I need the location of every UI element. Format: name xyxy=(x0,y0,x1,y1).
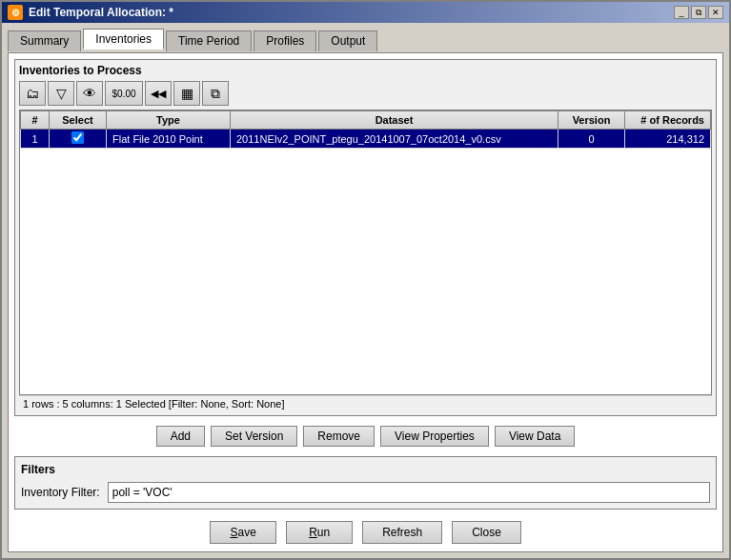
table-row[interactable]: 1 Flat File 2010 Point 2011NEIv2_POINT_p… xyxy=(21,130,711,149)
view-properties-button[interactable]: View Properties xyxy=(380,426,489,447)
copy-button[interactable]: ⧉ xyxy=(202,81,229,106)
title-buttons: _ ⧉ ✕ xyxy=(674,6,723,19)
refresh-button[interactable]: Refresh xyxy=(362,521,442,544)
col-header-version: Version xyxy=(558,111,625,130)
tab-profiles[interactable]: Profiles xyxy=(254,30,316,51)
table-header-row: # Select Type Dataset Version # of Recor… xyxy=(21,111,711,130)
inventory-filter-label: Inventory Filter: xyxy=(21,486,100,499)
tab-inventories[interactable]: Inventories xyxy=(83,29,164,50)
cell-version: 0 xyxy=(558,130,625,149)
dollar-button[interactable]: $0.00 xyxy=(105,81,143,106)
filter-button[interactable]: ▽ xyxy=(48,81,74,106)
status-bar: 1 rows : 5 columns: 1 Selected [Filter: … xyxy=(19,395,712,411)
status-text: 1 rows : 5 columns: 1 Selected [Filter: … xyxy=(23,398,285,410)
view-data-button[interactable]: View Data xyxy=(495,426,575,447)
tab-summary[interactable]: Summary xyxy=(8,30,81,51)
run-button[interactable]: Run xyxy=(286,521,353,544)
cell-num: 1 xyxy=(21,130,50,149)
row-checkbox[interactable] xyxy=(71,131,84,144)
inventories-title: Inventories to Process xyxy=(19,64,712,77)
minimize-button[interactable]: _ xyxy=(674,6,689,19)
view-button[interactable]: 👁 xyxy=(76,81,103,106)
tab-output[interactable]: Output xyxy=(318,30,377,51)
cell-select[interactable] xyxy=(50,130,107,149)
set-version-button[interactable]: Set Version xyxy=(211,426,297,447)
save-button[interactable]: Save xyxy=(210,521,276,544)
back-button[interactable]: ◀◀ xyxy=(145,81,172,106)
tabs-bar: Summary Inventories Time Period Profiles… xyxy=(8,29,723,50)
add-button[interactable]: Add xyxy=(156,426,205,447)
cell-records: 214,312 xyxy=(625,130,711,149)
title-bar: ⚙ Edit Temporal Allocation: * _ ⧉ ✕ xyxy=(2,2,729,23)
cell-type: Flat File 2010 Point xyxy=(107,130,231,149)
main-panel: Inventories to Process 🗂 ▽ 👁 $0.00 xyxy=(8,52,723,552)
bottom-buttons: Save Run Refresh Close xyxy=(14,515,717,546)
close-button-main[interactable]: Close xyxy=(452,521,521,544)
add-row-button[interactable]: 🗂 xyxy=(19,81,46,106)
inventories-table: # Select Type Dataset Version # of Recor… xyxy=(19,110,712,395)
filters-title: Filters xyxy=(21,463,710,476)
col-header-type: Type xyxy=(107,111,231,130)
col-header-dataset: Dataset xyxy=(231,111,558,130)
col-header-records: # of Records xyxy=(625,111,711,130)
filters-section: Filters Inventory Filter: xyxy=(14,456,717,510)
tab-timeperiod[interactable]: Time Period xyxy=(166,30,252,51)
grid-button[interactable]: ▦ xyxy=(173,81,200,106)
inventories-toolbar: 🗂 ▽ 👁 $0.00 ◀◀ ▦ xyxy=(19,81,712,106)
main-window: ⚙ Edit Temporal Allocation: * _ ⧉ ✕ Summ… xyxy=(0,0,731,560)
content-area: Summary Inventories Time Period Profiles… xyxy=(2,23,729,558)
filter-row: Inventory Filter: xyxy=(21,482,710,503)
window-title: Edit Temporal Allocation: * xyxy=(29,6,173,19)
inventories-section: Inventories to Process 🗂 ▽ 👁 $0.00 xyxy=(14,59,717,416)
cell-dataset: 2011NEIv2_POINT_ptegu_20141007_07oct2014… xyxy=(231,130,558,149)
restore-button[interactable]: ⧉ xyxy=(691,6,706,19)
col-header-num: # xyxy=(21,111,50,130)
window-icon: ⚙ xyxy=(8,5,23,20)
title-bar-left: ⚙ Edit Temporal Allocation: * xyxy=(8,5,173,20)
inventory-filter-input[interactable] xyxy=(108,482,710,503)
remove-button[interactable]: Remove xyxy=(303,426,375,447)
close-button[interactable]: ✕ xyxy=(708,6,723,19)
col-header-select: Select xyxy=(50,111,107,130)
action-buttons: Add Set Version Remove View Properties V… xyxy=(14,422,717,450)
